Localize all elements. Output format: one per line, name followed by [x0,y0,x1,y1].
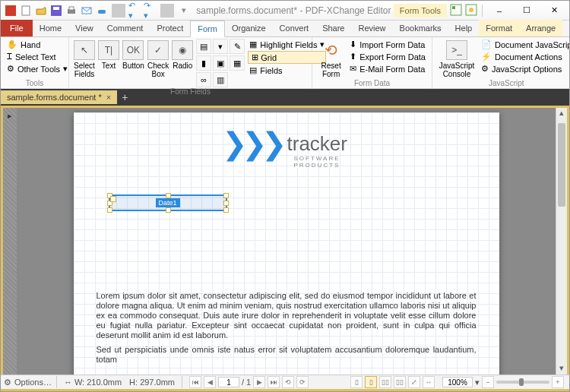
zoom-input[interactable] [442,377,473,387]
ribbon: ✋Hand ᏆSelect Text ⚙Other Tools ▾ Tools … [1,37,569,89]
first-page-button[interactable]: ⏮ [189,376,201,388]
group-caption: Form Data [317,79,427,88]
tab-comment[interactable]: Comment [100,20,150,36]
separator [182,376,182,388]
select-text-tool[interactable]: ᏆSelect Text [5,51,69,62]
gear-icon: ⚙ [7,64,14,74]
tab-bookmarks[interactable]: Bookmarks [393,20,448,36]
doc-js-label: Document JavaScript [495,40,570,49]
quick-launch-button[interactable] [567,23,570,36]
grid-icon: ⊞ [252,52,258,62]
continuous-icon[interactable]: ▯ [365,376,377,388]
redo-icon[interactable]: ↷ ▾ [144,4,157,17]
fields-extra-icon[interactable]: ▥ [213,72,228,87]
doc-javascript-button[interactable]: 📄Document JavaScript [480,39,570,50]
checkbox-field-button[interactable]: ✓Check Box [147,39,169,78]
date-icon[interactable]: ▦ [230,55,245,71]
two-continuous-icon[interactable]: ▯▯ [394,376,406,388]
page-size: ↔ W: 210.0mm [62,378,124,387]
scroll-down-icon[interactable]: ▾ [556,363,567,375]
single-page-icon[interactable]: ▯ [350,376,363,388]
tab-form[interactable]: Form [190,21,225,37]
open-icon[interactable] [34,4,48,17]
tab-home[interactable]: Home [33,20,68,36]
last-page-button[interactable]: ⏭ [268,376,280,388]
zoom-knob[interactable] [519,378,524,386]
page-canvas[interactable]: ❯❯❯ tracker SOFTWARE PRODUCTS Date1 Lore… [17,108,556,375]
radio-field-button[interactable]: ◉Radio [172,39,193,70]
ui-toggle-icon[interactable] [450,4,462,17]
bookmarks-panel-icon[interactable]: ▸ [8,111,12,121]
export-form-data-button[interactable]: ⬆Export Form Data [348,51,427,62]
hand-tool[interactable]: ✋Hand [5,39,69,50]
button-field-button[interactable]: OKButton [122,39,144,70]
link-icon[interactable]: ∞ [196,72,211,87]
email-form-data-button[interactable]: ✉E-Mail Form Data [348,63,427,74]
page-number-input[interactable] [218,377,239,387]
reset-icon: ⟲ [321,40,342,60]
tab-file[interactable]: File [1,20,33,36]
zoom-slider[interactable] [496,381,549,384]
import-form-data-button[interactable]: ⬇Import Form Data [348,39,427,50]
scroll-thumb[interactable] [558,123,565,207]
tab-review[interactable]: Review [351,20,392,36]
vertical-scrollbar[interactable]: ▴ ▾ [556,108,567,375]
prev-view-button[interactable]: ⟲ [282,376,294,388]
fit-page-icon[interactable]: ⤢ [408,376,420,388]
maximize-button[interactable]: ☐ [515,3,539,18]
close-tab-icon[interactable]: × [106,93,111,102]
tab-view[interactable]: View [68,20,100,36]
next-page-button[interactable]: ▶ [253,376,265,388]
print-icon[interactable] [65,4,78,17]
signature-icon[interactable]: ✎ [230,39,245,54]
qat-dropdown-icon[interactable]: ▾ [177,4,191,17]
select-fields-button[interactable]: ↖Select Fields [74,39,95,78]
ui-layout-icon[interactable] [465,4,477,17]
options-button[interactable]: Options… [14,378,52,387]
other-tools-label: Other Tools [17,65,60,74]
scroll-up-icon[interactable]: ▴ [556,108,567,119]
chevron-down-icon[interactable]: ▾ [475,378,480,387]
dropdown-icon[interactable]: ▾ [213,39,228,54]
undo-icon[interactable]: ↶ ▾ [128,4,142,17]
new-icon[interactable] [19,4,33,17]
js-console-button[interactable]: >_JavaScript Console [437,39,477,78]
text-field-button[interactable]: T|Text [98,39,119,70]
minimize-button[interactable]: – [487,3,511,18]
zoom-in-button[interactable]: + [552,376,564,388]
barcode-icon[interactable]: ▮ [196,55,211,71]
doc-actions-button[interactable]: ⚡Document Actions [480,51,570,62]
tab-format[interactable]: Format [479,20,519,36]
import-label: Import Form Data [359,40,425,49]
next-view-button[interactable]: ⟳ [296,376,309,388]
close-button[interactable]: ✕ [542,3,566,18]
export-icon: ⬆ [350,52,356,62]
select-fields-label: Select Fields [74,62,95,78]
prev-page-button[interactable]: ◀ [204,376,216,388]
email-icon[interactable] [80,4,93,17]
tab-convert[interactable]: Convert [273,20,316,36]
paragraph: Sed ut perspiciatis unde omnis iste natu… [97,345,477,365]
save-icon[interactable] [49,4,63,17]
mail-icon: ✉ [350,64,356,74]
tab-organize[interactable]: Organize [225,20,273,36]
fit-width-icon[interactable]: ↔ [423,376,435,388]
scan-icon[interactable] [95,4,109,17]
two-page-icon[interactable]: ▯▯ [379,376,391,388]
date-form-field[interactable]: Date1 [109,194,227,211]
other-tools-button[interactable]: ⚙Other Tools ▾ [5,63,69,74]
tab-arrange[interactable]: Arrange [519,20,562,36]
document-tab[interactable]: sample.forms.document * × [1,90,117,104]
add-tab-button[interactable]: + [117,91,132,103]
js-options-button[interactable]: ⚙JavaScript Options [480,63,570,74]
reset-form-button[interactable]: ⟲Reset Form [317,39,345,78]
pdf-page: ❯❯❯ tracker SOFTWARE PRODUCTS Date1 Lore… [74,112,499,375]
tab-share[interactable]: Share [315,20,351,36]
listbox-icon[interactable]: ▤ [196,39,211,54]
tab-help[interactable]: Help [448,20,480,36]
image-icon[interactable]: ▣ [213,55,228,71]
tab-protect[interactable]: Protect [150,20,190,36]
options-gear-icon[interactable]: ⚙ [4,378,11,387]
zoom-out-button[interactable]: − [482,376,494,388]
doc-actions-label: Document Actions [495,52,562,62]
